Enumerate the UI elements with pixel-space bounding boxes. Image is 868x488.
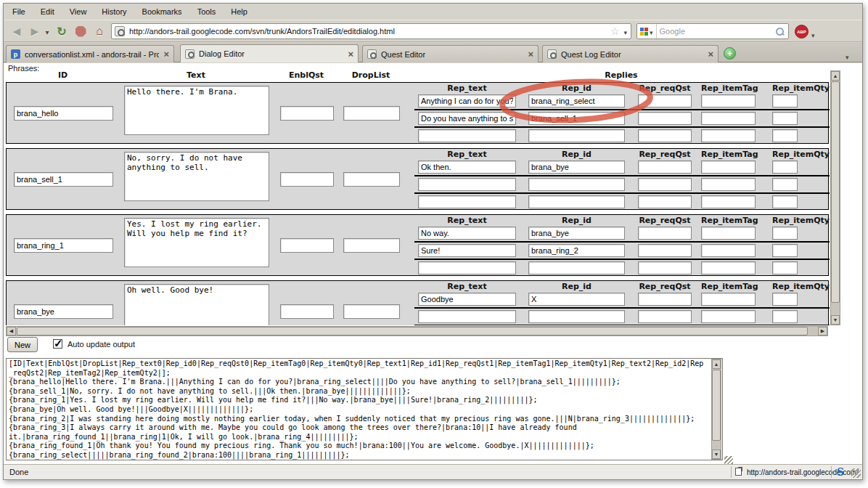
home-button[interactable]	[91, 23, 108, 40]
reply-id-input[interactable]	[528, 227, 625, 240]
menu-file[interactable]: File	[11, 7, 27, 17]
reply-reqqst-input[interactable]	[638, 112, 692, 125]
reply-itemtag-input[interactable]	[701, 129, 756, 142]
reply-itemtag-input[interactable]	[701, 310, 756, 323]
reply-id-input[interactable]	[528, 94, 625, 107]
tab-list-caret-icon[interactable]	[846, 49, 849, 62]
phrases-vertical-scrollbar[interactable]	[830, 70, 840, 325]
reply-reqqst-input[interactable]	[638, 293, 692, 306]
reply-id-input[interactable]	[528, 112, 625, 125]
adblock-icon[interactable]: ABP	[795, 25, 808, 38]
new-tab-button[interactable]	[724, 47, 736, 60]
reply-itemtag-input[interactable]	[701, 160, 756, 174]
reply-id-input[interactable]	[528, 160, 625, 174]
reply-text-input[interactable]	[418, 94, 516, 107]
reply-itemqty-input[interactable]	[772, 94, 798, 107]
reply-itemqty-input[interactable]	[772, 178, 798, 191]
menu-view[interactable]: View	[68, 7, 89, 17]
reply-reqqst-input[interactable]	[638, 160, 692, 174]
new-phrase-button[interactable]: New	[7, 337, 38, 352]
forward-button[interactable]	[26, 23, 44, 40]
reply-reqqst-input[interactable]	[638, 227, 692, 240]
reply-itemqty-input[interactable]	[772, 310, 798, 323]
tab-quest-editor[interactable]: Quest Editor	[362, 45, 539, 62]
reply-reqqst-input[interactable]	[638, 195, 692, 208]
menu-history[interactable]: History	[100, 7, 128, 17]
reply-text-input[interactable]	[418, 227, 516, 240]
url-dropdown-caret-icon[interactable]	[623, 25, 627, 38]
phrase-id-input[interactable]	[14, 238, 113, 253]
phrase-text-area[interactable]: Oh well. Good bye!	[124, 284, 269, 325]
reply-itemqty-input[interactable]	[772, 227, 798, 240]
scroll-right-icon[interactable]	[818, 327, 827, 336]
reply-reqqst-input[interactable]	[638, 129, 692, 142]
reply-itemtag-input[interactable]	[701, 195, 756, 208]
close-icon[interactable]	[528, 49, 533, 60]
reply-itemtag-input[interactable]	[701, 178, 756, 191]
phrase-id-input[interactable]	[14, 172, 113, 187]
search-icon[interactable]	[775, 27, 785, 36]
phrase-droplist-input[interactable]	[343, 172, 400, 187]
tab-conversationlist[interactable]: conversationlist.xml - andors-trail - Pr…	[6, 45, 174, 62]
search-input[interactable]	[657, 27, 775, 36]
menu-bookmarks[interactable]: Bookmarks	[141, 7, 184, 17]
search-bar[interactable]	[636, 23, 789, 39]
menu-help[interactable]: Help	[229, 7, 249, 17]
reply-itemtag-input[interactable]	[701, 244, 756, 257]
phrase-droplist-input[interactable]	[343, 304, 400, 319]
close-icon[interactable]	[163, 49, 169, 60]
phrase-text-area[interactable]: Yes. I lost my ring earlier. Will you he…	[124, 218, 269, 267]
reply-itemtag-input[interactable]	[701, 94, 756, 107]
reply-itemqty-input[interactable]	[772, 160, 798, 174]
reply-itemtag-input[interactable]	[701, 112, 756, 125]
reply-itemqty-input[interactable]	[772, 244, 798, 257]
menu-edit[interactable]: Edit	[39, 7, 56, 17]
reply-text-input[interactable]	[418, 293, 516, 306]
reply-itemqty-input[interactable]	[772, 293, 798, 306]
reply-reqqst-input[interactable]	[638, 178, 692, 191]
scroll-down-icon[interactable]	[712, 450, 721, 459]
reply-reqqst-input[interactable]	[638, 94, 692, 107]
phrase-text-area[interactable]: Hello there. I'm Brana.	[124, 86, 269, 135]
stop-button[interactable]	[72, 23, 89, 40]
reply-itemtag-input[interactable]	[701, 227, 756, 240]
reply-text-input[interactable]	[418, 160, 516, 174]
tab-quest-log-editor[interactable]: Quest Log Editor	[542, 45, 718, 62]
reply-reqqst-input[interactable]	[638, 244, 692, 257]
reply-id-input[interactable]	[528, 293, 625, 306]
bookmark-star-icon[interactable]	[610, 25, 620, 38]
scroll-down-icon[interactable]	[831, 315, 840, 325]
history-dropdown[interactable]	[43, 23, 52, 40]
reply-id-input[interactable]	[528, 310, 625, 323]
reply-id-input[interactable]	[528, 129, 625, 142]
reply-itemqty-input[interactable]	[772, 112, 798, 125]
scrollbar-thumb[interactable]	[17, 327, 808, 336]
reply-itemtag-input[interactable]	[701, 261, 756, 274]
scroll-up-icon[interactable]	[831, 71, 840, 81]
reply-id-input[interactable]	[528, 244, 625, 257]
reply-reqqst-input[interactable]	[638, 310, 692, 323]
close-icon[interactable]	[708, 49, 713, 60]
reply-id-input[interactable]	[528, 178, 625, 191]
phrase-text-area[interactable]: No, sorry. I do not have anything to sel…	[124, 152, 269, 201]
reply-text-input[interactable]	[418, 310, 516, 323]
phrase-enblqst-input[interactable]	[280, 106, 334, 121]
reply-text-input[interactable]	[418, 129, 516, 142]
reply-text-input[interactable]	[418, 261, 516, 274]
tab-dialog-editor[interactable]: Dialog Editor	[180, 44, 359, 62]
search-engine-selector[interactable]	[637, 24, 657, 38]
phrase-enblqst-input[interactable]	[280, 304, 334, 319]
reply-itemqty-input[interactable]	[772, 195, 798, 208]
extension-s-icon[interactable]: S	[837, 466, 844, 478]
window-resize-grip[interactable]	[851, 468, 861, 478]
back-button[interactable]	[8, 23, 25, 40]
phrase-droplist-input[interactable]	[343, 238, 400, 253]
reload-button[interactable]	[53, 23, 70, 40]
reply-text-input[interactable]	[418, 244, 516, 257]
reply-text-input[interactable]	[418, 195, 516, 208]
scroll-left-icon[interactable]	[7, 327, 16, 336]
phrase-enblqst-input[interactable]	[280, 238, 334, 253]
reply-reqqst-input[interactable]	[638, 261, 692, 274]
phrase-id-input[interactable]	[14, 304, 113, 319]
phrase-droplist-input[interactable]	[343, 106, 400, 121]
